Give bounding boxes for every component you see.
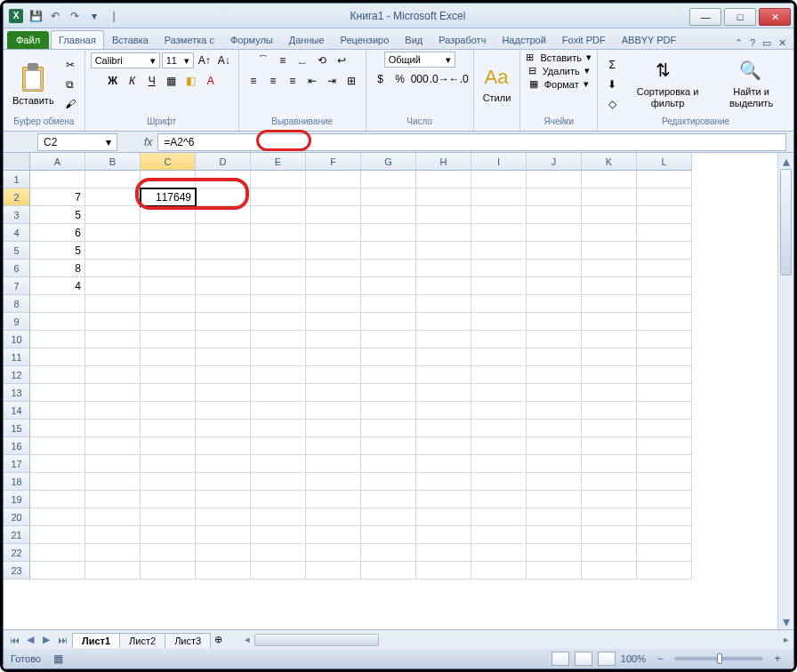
cell[interactable] — [471, 455, 527, 473]
cell[interactable] — [361, 455, 416, 473]
row-header[interactable]: 12 — [4, 366, 30, 384]
cell[interactable] — [251, 544, 306, 562]
mdi-close-icon[interactable]: ✕ — [778, 37, 786, 49]
cell[interactable] — [527, 455, 582, 473]
cell[interactable] — [30, 384, 85, 402]
cell[interactable] — [306, 206, 361, 224]
row-header[interactable]: 9 — [4, 313, 30, 331]
cell[interactable] — [361, 277, 416, 295]
cell[interactable] — [141, 384, 196, 402]
help-icon[interactable]: ? — [750, 37, 755, 49]
cell[interactable] — [582, 348, 637, 366]
cell[interactable] — [306, 526, 361, 544]
cell[interactable] — [141, 348, 196, 366]
cell[interactable] — [637, 313, 692, 331]
cell[interactable] — [361, 491, 416, 508]
cell[interactable] — [637, 544, 692, 562]
decrease-font-icon[interactable]: A↓ — [215, 52, 233, 69]
cell[interactable] — [85, 224, 141, 242]
cell[interactable] — [416, 348, 471, 366]
cell[interactable]: 6 — [30, 224, 85, 242]
row-header[interactable]: 23 — [4, 562, 30, 580]
column-header[interactable]: A — [30, 153, 85, 171]
namebox-dropdown-icon[interactable]: ▾ — [106, 136, 111, 148]
cell[interactable] — [30, 420, 85, 437]
increase-decimal-icon[interactable]: .0→ — [431, 70, 448, 88]
cell[interactable] — [85, 295, 141, 313]
format-painter-icon[interactable]: 🖌 — [61, 95, 79, 113]
zoom-in-icon[interactable]: + — [769, 650, 786, 668]
cell[interactable] — [527, 277, 582, 295]
cell[interactable] — [85, 562, 141, 580]
cell[interactable] — [306, 277, 361, 295]
cell[interactable] — [527, 384, 582, 402]
sheet-last-icon[interactable]: ⏭ — [55, 633, 69, 647]
cell[interactable] — [527, 260, 582, 277]
cell[interactable] — [582, 508, 637, 526]
maximize-button[interactable]: □ — [724, 8, 756, 26]
cell[interactable] — [251, 402, 306, 420]
row-header[interactable]: 7 — [4, 277, 30, 295]
cell[interactable] — [582, 544, 637, 562]
row-header[interactable]: 14 — [4, 402, 30, 420]
cell[interactable] — [471, 277, 527, 295]
page-layout-view-button[interactable] — [575, 652, 592, 666]
cell[interactable] — [141, 313, 196, 331]
cell[interactable] — [637, 437, 692, 455]
cell[interactable] — [196, 526, 251, 544]
sheet-tab-1[interactable]: Лист1 — [72, 633, 120, 648]
cell[interactable] — [416, 188, 471, 206]
row-header[interactable]: 20 — [4, 508, 30, 526]
cell[interactable] — [196, 171, 251, 188]
cell[interactable] — [637, 171, 692, 188]
cell[interactable] — [251, 260, 306, 277]
cell[interactable] — [582, 526, 637, 544]
cell[interactable] — [196, 455, 251, 473]
cell[interactable] — [141, 224, 196, 242]
styles-button[interactable]: Aа Стили — [479, 64, 515, 105]
cell[interactable] — [251, 277, 306, 295]
cell[interactable] — [196, 295, 251, 313]
cell[interactable] — [361, 402, 416, 420]
cell[interactable] — [471, 544, 527, 562]
cell[interactable] — [416, 544, 471, 562]
cell[interactable] — [416, 473, 471, 491]
cell[interactable] — [471, 437, 527, 455]
decrease-decimal-icon[interactable]: ←.0 — [450, 70, 468, 88]
cell[interactable] — [196, 437, 251, 455]
sheet-next-icon[interactable]: ▶ — [39, 633, 53, 647]
cell[interactable] — [141, 562, 196, 580]
align-right-icon[interactable]: ≡ — [284, 72, 302, 90]
decrease-indent-icon[interactable]: ⇤ — [303, 72, 321, 90]
cell[interactable] — [306, 402, 361, 420]
cell[interactable] — [196, 260, 251, 277]
scroll-down-icon[interactable]: ▾ — [778, 613, 793, 629]
cell[interactable] — [637, 366, 692, 384]
tab-view[interactable]: Вид — [397, 30, 431, 49]
cell[interactable] — [85, 171, 141, 188]
new-sheet-icon[interactable]: ⊕ — [214, 634, 222, 645]
cell[interactable] — [85, 188, 141, 206]
column-header[interactable]: D — [196, 153, 251, 171]
column-header[interactable]: G — [361, 153, 416, 171]
cell[interactable] — [306, 348, 361, 366]
normal-view-button[interactable] — [551, 652, 569, 666]
cell[interactable] — [30, 544, 85, 562]
close-button[interactable]: ✕ — [759, 8, 791, 26]
cell[interactable] — [251, 508, 306, 526]
sheet-tab-2[interactable]: Лист2 — [119, 633, 165, 648]
row-header[interactable]: 15 — [4, 420, 30, 437]
cell[interactable]: 5 — [30, 206, 85, 224]
cell[interactable]: 4 — [30, 277, 85, 295]
cell[interactable]: 7 — [30, 188, 85, 206]
cell[interactable] — [637, 348, 692, 366]
cell[interactable] — [85, 402, 141, 420]
cell[interactable] — [30, 455, 85, 473]
cell[interactable] — [471, 348, 527, 366]
cut-icon[interactable]: ✂ — [61, 56, 79, 74]
cell[interactable] — [527, 171, 582, 188]
row-header[interactable]: 17 — [4, 455, 30, 473]
cell[interactable] — [637, 188, 692, 206]
cell[interactable] — [141, 295, 196, 313]
cell[interactable] — [196, 366, 251, 384]
